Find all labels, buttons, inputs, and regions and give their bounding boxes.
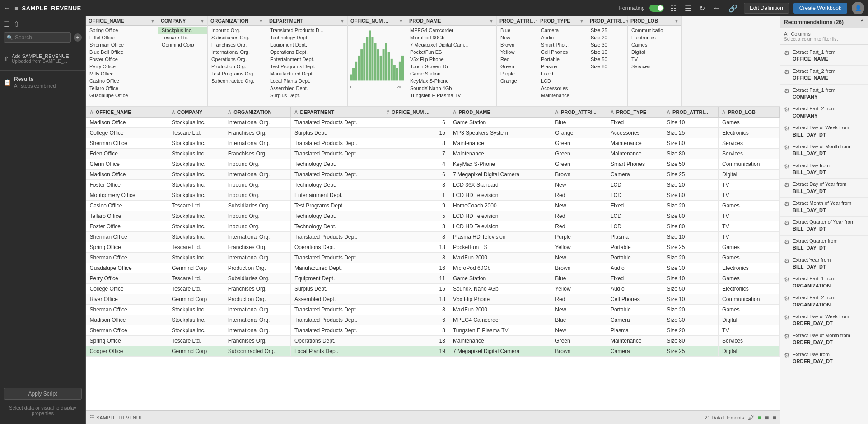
recommendation-item[interactable]: ⚙Extract Part_1 fromOFFICE_NAME [780,47,868,66]
link-icon[interactable]: 🔗 [727,3,739,14]
filter-item[interactable]: Services [628,63,681,70]
filter-item[interactable]: Mills Office [86,70,158,77]
filter-item[interactable]: MPEG4 Camcorder [406,27,496,34]
table-row[interactable]: Sherman OfficeStockplus Inc.Internationa… [86,325,780,336]
recommendation-item[interactable]: ⚙Extract Month of Year fromBILL_DAY_DT [780,198,868,217]
sidebar-list-icon[interactable]: ☰ [4,20,10,28]
filter-item[interactable]: Tungsten E Plasma TV [406,92,496,99]
table-row[interactable]: Sherman OfficeStockplus Inc.Internationa… [86,138,780,149]
data-table-container[interactable]: A OFFICE_NAMEA COMPANYA ORGANIZATIONA DE… [86,107,780,410]
th-prod_attrib1[interactable]: A PROD_ATTRI... [551,107,607,118]
recommendation-item[interactable]: ⚙Extract Day fromBILL_DAY_DT [780,160,868,179]
list-view-icon[interactable]: ☰ [683,3,693,14]
filter-icon-office_name[interactable]: ▼ [150,19,155,24]
bottom-action-icon-2[interactable]: ■ [758,414,761,421]
back-icon[interactable]: ← [4,4,11,12]
table-row[interactable]: Sherman OfficeStockplus Inc.Internationa… [86,232,780,242]
filter-item[interactable]: Stockplus Inc. [158,27,207,34]
filter-item[interactable]: Size 50 [587,56,627,63]
formatting-toggle[interactable] [649,5,664,12]
recommendation-item[interactable]: ⚙Extract Day fromORDER_DAY_DT [780,349,868,368]
filter-item[interactable]: Subcontracted Org. [208,77,266,85]
filter-item[interactable]: Size 30 [587,41,627,48]
bottom-tab[interactable]: ☷ SAMPLE_REVENUE [89,415,143,421]
th-company[interactable]: A COMPANY [168,107,224,118]
filter-item[interactable]: Local Plants Dept. [266,77,347,85]
filter-item[interactable]: Size 25 [587,27,627,34]
filter-item[interactable]: Test Programs Dept. [266,63,347,70]
table-row[interactable]: Foster OfficeStockplus Inc.Inbound Org.T… [86,180,780,190]
filter-item[interactable]: Translated Products D... [266,27,347,34]
filter-item[interactable]: Franchises Org. [208,41,266,48]
filter-item[interactable]: Yellow [497,48,537,56]
recommendation-item[interactable]: ⚙Extract Part_1 fromCOMPANY [780,85,868,104]
table-row[interactable]: River OfficeGenmind CorpProduction Org.A… [86,294,780,305]
filter-item[interactable]: Genmind Corp [158,41,207,48]
filter-item[interactable]: Tellaro Office [86,85,158,92]
table-row[interactable]: Casino OfficeTescare Ltd.Subsidiaries Or… [86,201,780,211]
refresh-icon[interactable]: ↻ [697,3,707,14]
undo-icon[interactable]: ← [711,3,722,13]
recommendation-item[interactable]: ⚙Extract Year fromBILL_DAY_DT [780,254,868,273]
filter-icon-company[interactable]: ▼ [200,19,205,24]
create-workbook-button[interactable]: Create Workbook [793,3,847,14]
recommendation-item[interactable]: ⚙Extract Quarter fromBILL_DAY_DT [780,236,868,254]
recommendation-item[interactable]: ⚙Extract Day of Week fromORDER_DAY_DT [780,311,868,330]
table-row[interactable]: Madison OfficeStockplus Inc.Internationa… [86,170,780,180]
th-office_number[interactable]: # OFFICE_NUM ... [383,107,449,118]
filter-item[interactable]: Digital [628,48,681,56]
filter-item[interactable]: Assembled Dept. [266,85,347,92]
filter-item[interactable]: Communicatio [628,27,681,34]
filter-item[interactable]: Smart Pho... [537,41,587,48]
table-row[interactable]: Foster OfficeStockplus Inc.Inbound Org.T… [86,221,780,232]
filter-item[interactable]: LCD [537,77,587,85]
filter-item[interactable]: Perry Office [86,63,158,70]
table-row[interactable]: Tellaro OfficeStockplus Inc.Inbound Org.… [86,211,780,221]
filter-item[interactable]: Purple [497,70,537,77]
th-prod_type[interactable]: A PROD_TYPE [607,107,663,118]
filter-icon-organization[interactable]: ▼ [259,19,263,24]
recommendation-item[interactable]: ⚙Extract Part_1 fromORGANIZATION [780,273,868,292]
filter-icon-prod_lob[interactable]: ▼ [674,19,679,24]
filter-item[interactable]: Maintenance [537,92,587,99]
table-row[interactable]: Guadalupe OfficeGenmind CorpProduction O… [86,263,780,273]
recommendation-item[interactable]: ⚙Extract Day of Year fromBILL_DAY_DT [780,179,868,198]
th-organization[interactable]: A ORGANIZATION [224,107,290,118]
filter-item[interactable]: Cell Phones [537,48,587,56]
filter-item[interactable]: Operations Org. [208,56,266,63]
filter-item[interactable]: Size 80 [587,63,627,70]
table-row[interactable]: College OfficeTescare Ltd.Franchises Org… [86,284,780,294]
filter-item[interactable]: Electronics [628,34,681,41]
filter-item[interactable]: Guadalupe Office [86,92,158,99]
filter-item[interactable]: Sherman Office [86,41,158,48]
filter-item[interactable]: Surplus Dept. [266,92,347,99]
add-button[interactable]: + [74,33,82,42]
filter-item[interactable]: International Org. [208,48,266,56]
filter-item[interactable]: Blue [497,27,537,34]
filter-item[interactable]: Entertainment Dept. [266,56,347,63]
table-row[interactable]: Madison OfficeStockplus Inc.Internationa… [86,118,780,128]
filter-item[interactable]: Audio [537,34,587,41]
apply-script-button[interactable]: Apply Script [4,388,82,400]
table-row[interactable]: College OfficeTescare Ltd.Franchises Org… [86,128,780,138]
table-row[interactable]: Perry OfficeTescare Ltd.Subsidiaries Org… [86,273,780,284]
filter-item[interactable]: Foster Office [86,56,158,63]
filter-item[interactable]: Brown [497,41,537,48]
sidebar-upload-icon[interactable]: ⇧ [14,20,19,28]
filter-item[interactable]: TV [628,56,681,63]
filter-item[interactable]: Inbound Org. [208,27,266,34]
filter-item[interactable]: Games [628,41,681,48]
filter-item[interactable]: Game Station [406,70,496,77]
filter-item[interactable]: Casino Office [86,77,158,85]
filter-item[interactable]: Size 10 [587,48,627,56]
bottom-action-icon-1[interactable]: 🖉 [748,414,754,421]
grid-view-icon[interactable]: ☷ [668,3,678,14]
filter-item[interactable]: Portable [537,56,587,63]
filter-item[interactable]: Fixed [537,70,587,77]
recommendations-collapse-icon[interactable]: ⌃ [860,19,864,25]
table-row[interactable]: Sherman OfficeStockplus Inc.Internationa… [86,253,780,263]
search-input[interactable] [15,34,68,41]
th-prod_lob[interactable]: A PROD_LOB [719,107,780,118]
filter-item[interactable]: Red [497,56,537,63]
filter-icon-department[interactable]: ▼ [340,19,345,24]
